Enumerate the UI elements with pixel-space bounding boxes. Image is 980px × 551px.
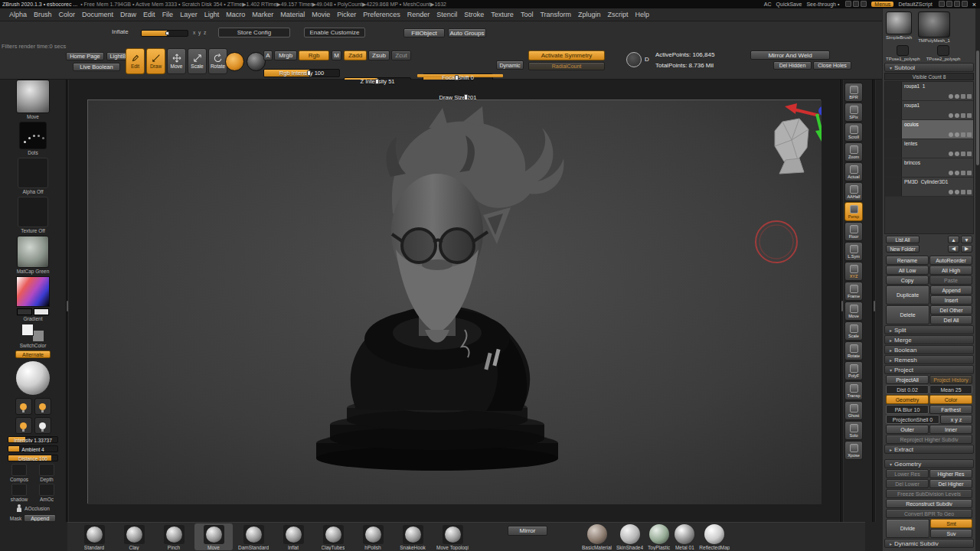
pa-blur-slider[interactable]: PA Blur 10 [886, 405, 929, 414]
shadow-thumbnail[interactable] [11, 484, 27, 496]
subtool-move-out-button[interactable]: ◀ [948, 245, 959, 253]
project-section-header[interactable]: ▾Project [884, 365, 974, 374]
menu-item[interactable]: Alpha [9, 11, 27, 18]
current-stroke-thumbnail[interactable] [19, 122, 47, 149]
del-higher-button[interactable]: Del Higher [929, 479, 972, 488]
edit-pen-icon[interactable] [967, 113, 972, 118]
light-button[interactable] [34, 417, 51, 434]
distance-slider[interactable]: Distance 100 [8, 455, 58, 461]
tool-slot[interactable]: TPose2_polysph [926, 45, 961, 61]
visible-count-slider[interactable]: Visible Count 8 [884, 73, 974, 80]
fillobject-button[interactable]: FillObject [403, 28, 445, 37]
titlebar-icon[interactable] [962, 1, 968, 7]
light-button[interactable] [15, 417, 32, 434]
dynamic-resolution-sphere-icon[interactable] [626, 52, 642, 67]
tool-thumbnail[interactable] [937, 45, 949, 56]
current-stroke-icon[interactable] [225, 52, 244, 71]
polypaint-icon[interactable] [955, 94, 959, 99]
menu-item[interactable]: Light [204, 11, 220, 18]
dynamic-subdiv-section-header[interactable]: ▸Dynamic Subdiv [884, 539, 974, 548]
uv-icon[interactable] [961, 171, 965, 175]
depth-thumbnail[interactable] [39, 464, 54, 476]
scrollbar-thumb[interactable] [976, 51, 979, 165]
uv-icon[interactable] [961, 132, 965, 137]
titlebar-icon[interactable] [861, 1, 867, 7]
shelf-button[interactable]: L.Sym [844, 242, 863, 261]
reproject-higher-subdiv-button[interactable]: Reproject Higher Subdiv [886, 435, 972, 444]
quicksave-button[interactable]: QuickSave [776, 2, 802, 7]
activate-symmetry-button[interactable]: Activate Symmetry [528, 51, 605, 60]
subtool-thumbnail[interactable] [885, 178, 902, 196]
current-tool-thumbnail[interactable] [918, 11, 950, 37]
project-color-button[interactable]: Color [929, 395, 972, 404]
subtool-item[interactable]: lentes [885, 139, 973, 158]
brush-item[interactable]: Pinch [155, 523, 193, 550]
del-all-button[interactable]: Del All [930, 315, 972, 324]
higher-res-button[interactable]: Higher Res [929, 469, 972, 478]
reconstruct-subdiv-button[interactable]: Reconstruct Subdiv [886, 499, 972, 508]
menu-item[interactable]: Stroke [464, 11, 484, 18]
extract-section-header[interactable]: ▸Extract [884, 445, 974, 454]
panel-scrollbar[interactable] [975, 8, 980, 551]
move-button[interactable]: Move [167, 48, 186, 74]
subtool-move-in-button[interactable]: ▶ [961, 245, 972, 253]
append-button[interactable]: Append [930, 285, 972, 295]
z-intensity-slider[interactable]: Z Intensity 51 [344, 77, 411, 86]
tool-slot[interactable]: SimpleBrush [886, 11, 912, 43]
close-holes-button[interactable]: Close Holes [813, 61, 851, 70]
switch-color-control[interactable] [21, 324, 44, 342]
alternate-button[interactable]: Alternate [15, 350, 51, 358]
all-high-button[interactable]: All High [929, 266, 972, 275]
draw-size-slider[interactable]: Draw Size 201 [423, 93, 493, 102]
subtool-item[interactable]: roupa1 [885, 101, 973, 120]
del-hidden-button[interactable]: Del Hidden [773, 61, 812, 70]
delete-button[interactable]: Delete [886, 305, 929, 324]
uv-icon[interactable] [961, 152, 965, 156]
shelf-button[interactable]: Scale [844, 321, 863, 341]
current-matcap-thumbnail[interactable] [17, 236, 49, 268]
polypaint-icon[interactable] [955, 113, 959, 118]
uv-icon[interactable] [961, 190, 965, 194]
paste-button[interactable]: Paste [929, 276, 972, 285]
polypaint-icon[interactable] [955, 190, 959, 194]
subtool-up-button[interactable]: ▲ [948, 236, 959, 243]
edit-pen-icon[interactable] [967, 171, 972, 175]
project-history-button[interactable]: Project History [929, 375, 972, 384]
a-button[interactable]: A [263, 51, 273, 60]
menu-item[interactable]: Color [59, 11, 76, 18]
menu-item[interactable]: Tool [521, 11, 534, 18]
divide-button[interactable]: Divide [886, 519, 929, 538]
insert-button[interactable]: Insert [930, 295, 972, 305]
draw-button[interactable]: Draw [146, 48, 165, 74]
shelf-button[interactable]: Scroll [844, 122, 863, 142]
edit-button[interactable]: Edit [126, 48, 145, 74]
subtool-thumbnail[interactable] [885, 82, 902, 100]
polypaint-icon[interactable] [955, 132, 959, 137]
shelf-button[interactable]: AAHalf [844, 182, 863, 201]
outer-button[interactable]: Outer [886, 425, 929, 434]
main-color-swatch[interactable] [17, 308, 32, 315]
shelf-button[interactable]: Zoom [844, 142, 863, 161]
subtool-item[interactable]: brincos [885, 158, 973, 178]
append-light-button[interactable]: Append [24, 514, 56, 522]
material-item[interactable]: BasicMaterial [582, 523, 612, 550]
brush-item[interactable]: Inflat [274, 523, 312, 550]
store-config-button[interactable]: Store Config [218, 28, 290, 37]
menu-item[interactable]: Marker [252, 11, 273, 18]
light-button[interactable] [34, 398, 51, 415]
rgb-button[interactable]: Rgb [299, 51, 329, 60]
shelf-button[interactable]: Actual [844, 162, 863, 181]
menu-item[interactable]: Macro [226, 11, 245, 18]
eye-icon[interactable] [949, 152, 953, 156]
rename-button[interactable]: Rename [886, 256, 929, 265]
rgb-intensity-slider[interactable]: Rgb Intensity 100 [263, 69, 340, 77]
current-brush-thumbnail[interactable] [16, 80, 50, 113]
all-low-button[interactable]: All Low [886, 266, 929, 275]
color-picker[interactable] [16, 276, 50, 307]
left-divider[interactable] [66, 80, 69, 522]
menu-item[interactable]: Zscript [608, 11, 629, 18]
brush-item[interactable]: DamStandard [234, 523, 273, 550]
uv-icon[interactable] [961, 113, 965, 118]
eye-icon[interactable] [949, 113, 953, 118]
scale-button[interactable]: Scale [188, 48, 207, 74]
